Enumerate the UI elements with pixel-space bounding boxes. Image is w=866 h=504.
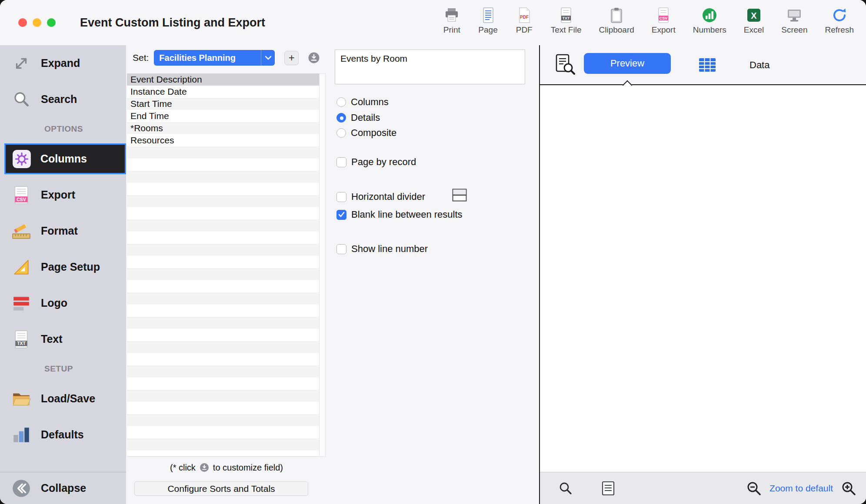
expand-icon [10, 53, 32, 73]
options-panel: Events by Room Columns Details Composite… [327, 45, 539, 504]
sidebar-item-collapse[interactable]: Collapse [0, 472, 126, 504]
toolbar-print-button[interactable]: Print [443, 3, 461, 35]
toolbar-item-label: Export [652, 25, 676, 35]
checkbox-label: Horizontal divider [351, 191, 425, 202]
toolbar-page-button[interactable]: Page [478, 3, 497, 35]
magnifier-tool-icon[interactable] [558, 481, 573, 496]
toolbar-item-label: Screen [781, 25, 807, 35]
sidebar-item-text[interactable]: TXT Text [0, 321, 126, 357]
radio-circle-icon [336, 128, 346, 138]
text-view-icon[interactable] [602, 481, 615, 496]
toolbar-text-file-button[interactable]: TXT Text File [551, 3, 582, 35]
radio-composite[interactable]: Composite [336, 126, 396, 140]
radio-columns[interactable]: Columns [336, 95, 389, 109]
collapse-chevrons-icon [10, 478, 32, 498]
close-button[interactable] [18, 18, 27, 27]
field-row[interactable]: Start Time [127, 98, 319, 110]
minimize-button[interactable] [33, 18, 41, 27]
preview-tabbar: Preview Data [540, 45, 866, 85]
sidebar-item-page-setup[interactable]: Page Setup [0, 249, 126, 285]
chevron-down-icon [261, 50, 275, 66]
zoom-out-icon[interactable] [746, 481, 762, 496]
sidebar-item-defaults[interactable]: Defaults [0, 417, 126, 453]
field-list-scrollbar[interactable] [319, 73, 326, 457]
gear-icon [11, 149, 33, 169]
tab-data[interactable]: Data [749, 45, 769, 85]
zoom-controls: Zoom to default [746, 481, 866, 496]
toolbar-item-label: Page [478, 25, 497, 35]
checkbox-icon [336, 157, 346, 167]
sidebar-item-label: Collapse [41, 482, 86, 494]
window-title: Event Custom Listing and Export [80, 16, 265, 30]
toolbar-screen-button[interactable]: Screen [781, 3, 807, 35]
toolbar-pdf-button[interactable]: PDF PDF [515, 3, 533, 35]
toolbar-item-label: Text File [551, 25, 582, 35]
sidebar-section-setup: SETUP [0, 357, 126, 381]
folder-icon [10, 389, 32, 409]
toolbar-clipboard-button[interactable]: Clipboard [599, 3, 634, 35]
sidebar-item-label: Logo [41, 297, 67, 309]
sidebar-item-label: Text [41, 333, 63, 345]
sidebar-item-export[interactable]: CSV Export [0, 177, 126, 213]
tab-preview[interactable]: Preview [584, 53, 671, 74]
toolbar-excel-button[interactable]: X Excel [744, 3, 764, 35]
preview-area[interactable] [540, 85, 866, 472]
sidebar-item-columns[interactable]: Columns [0, 141, 126, 177]
field-list[interactable]: Event Description Instance Date Start Ti… [127, 73, 319, 457]
add-set-button[interactable]: + [284, 51, 299, 65]
hint-prefix: (* click [170, 463, 196, 473]
field-row[interactable]: *Rooms [127, 122, 319, 134]
sidebar-item-logo[interactable]: Logo [0, 285, 126, 321]
printer-icon [443, 6, 461, 24]
zoom-to-default-link[interactable]: Zoom to default [769, 483, 833, 494]
toolbar-item-label: Excel [744, 25, 764, 35]
preview-footer: Zoom to default [540, 472, 866, 504]
checkbox-label: Blank line between results [351, 209, 463, 220]
txt-file-icon: TXT [557, 6, 575, 24]
table-grid-icon[interactable] [697, 55, 717, 77]
field-row[interactable]: Resources [127, 134, 319, 146]
sidebar-item-load-save[interactable]: Load/Save [0, 381, 126, 417]
sidebar-item-label: Search [41, 93, 77, 106]
field-row[interactable]: Instance Date [127, 86, 319, 98]
toolbar-numbers-button[interactable]: Numbers [693, 3, 726, 35]
toolbar-item-label: Print [443, 25, 460, 35]
numbers-icon [700, 6, 719, 24]
sidebar: Expand Search OPTIONS Columns CSV Export… [0, 45, 126, 504]
sidebar-item-expand[interactable]: Expand [0, 45, 126, 81]
field-row[interactable]: End Time [127, 110, 319, 122]
sidebar-item-label: Export [41, 189, 75, 201]
checkbox-page-by-record[interactable]: Page by record [336, 155, 416, 169]
fullscreen-button[interactable] [47, 18, 56, 27]
stripes-icon [10, 293, 32, 313]
toolbar-export-button[interactable]: CSV Export [652, 3, 676, 35]
toolbar-item-label: Refresh [825, 25, 854, 35]
checkbox-show-line-number[interactable]: Show line number [336, 242, 428, 256]
document-search-icon[interactable] [553, 53, 576, 77]
toolbar-refresh-button[interactable]: Refresh [825, 3, 854, 35]
radio-details[interactable]: Details [336, 110, 380, 125]
selected-item-highlight: Columns [4, 143, 126, 174]
radio-circle-icon [336, 97, 346, 107]
set-dropdown[interactable]: Facilities Planning [154, 50, 275, 66]
radio-label: Composite [351, 127, 396, 139]
checkbox-horizontal-divider[interactable]: Horizontal divider [336, 189, 425, 204]
sidebar-item-search[interactable]: Search [0, 81, 126, 117]
horizontal-divider-preview-icon [452, 189, 467, 203]
report-title-input[interactable]: Events by Room [335, 50, 525, 84]
checkbox-icon [336, 244, 346, 254]
checkbox-blank-line[interactable]: Blank line between results [336, 207, 463, 222]
checkbox-checked-icon [336, 210, 346, 220]
radio-label: Details [351, 112, 380, 123]
csv-export-icon: CSV [654, 6, 673, 24]
checkbox-label: Show line number [351, 243, 428, 255]
download-set-button[interactable] [307, 51, 320, 64]
configure-sorts-totals-button[interactable]: Configure Sorts and Totals [134, 481, 308, 496]
zoom-in-icon[interactable] [841, 481, 856, 496]
field-row[interactable]: Event Description [127, 73, 319, 86]
svg-text:CSV: CSV [659, 16, 668, 20]
svg-text:CSV: CSV [17, 197, 26, 202]
sidebar-item-format[interactable]: Format [0, 213, 126, 249]
excel-icon: X [745, 6, 763, 24]
download-icon [199, 462, 210, 473]
